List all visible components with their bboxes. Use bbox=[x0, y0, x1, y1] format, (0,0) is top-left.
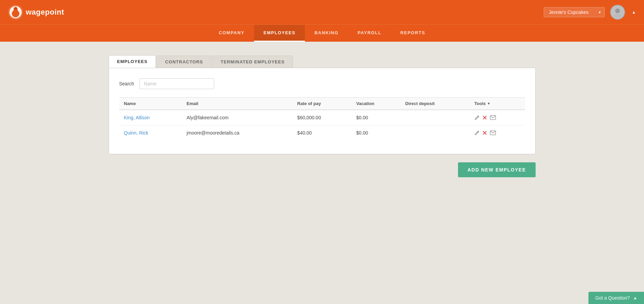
search-input[interactable] bbox=[140, 78, 214, 89]
table-body: King, Allison Aly@fakeemail.com $60,000.… bbox=[119, 110, 525, 140]
nav-banking[interactable]: BANKING bbox=[305, 25, 348, 42]
employee-table: Name Email Rate of pay Vacation Direct d… bbox=[119, 97, 525, 140]
nav-employees[interactable]: EMPLOYEES bbox=[254, 25, 305, 42]
email-icon-1[interactable] bbox=[490, 115, 496, 120]
avatar[interactable] bbox=[610, 5, 625, 20]
company-selector[interactable]: Jennie's Cupcakes bbox=[544, 7, 605, 17]
employee-name-1: King, Allison bbox=[119, 110, 182, 125]
nav-company[interactable]: COMPANY bbox=[209, 25, 254, 42]
delete-icon-1[interactable] bbox=[482, 115, 487, 120]
employee-direct-deposit-1 bbox=[400, 110, 470, 125]
add-new-employee-button[interactable]: ADD NEW EMPLOYEE bbox=[458, 162, 536, 177]
employee-email-2: jmoore@mooredetails.ca bbox=[182, 125, 293, 141]
search-label: Search bbox=[119, 81, 134, 86]
table-header: Name Email Rate of pay Vacation Direct d… bbox=[119, 98, 525, 110]
employee-rate-1: $60,000.00 bbox=[292, 110, 351, 125]
svg-point-6 bbox=[614, 14, 622, 18]
col-vacation: Vacation bbox=[352, 98, 401, 110]
tab-employees[interactable]: EMPLOYEES bbox=[109, 55, 156, 68]
svg-rect-4 bbox=[14, 8, 17, 9]
nav-payroll[interactable]: PAYROLL bbox=[348, 25, 391, 42]
nav-reports[interactable]: REPORTS bbox=[391, 25, 435, 42]
email-icon-2[interactable] bbox=[490, 130, 496, 135]
tab-contractors[interactable]: CONTRACTORS bbox=[157, 56, 211, 68]
col-direct-deposit: Direct deposit bbox=[400, 98, 470, 110]
add-button-area: ADD NEW EMPLOYEE bbox=[109, 162, 536, 177]
header: wagepoint Jennie's Cupcakes ▲ bbox=[0, 0, 644, 24]
table-row: Quinn, Rick jmoore@mooredetails.ca $40.0… bbox=[119, 125, 525, 141]
header-right: Jennie's Cupcakes ▲ bbox=[544, 5, 636, 20]
col-rate-of-pay: Rate of pay bbox=[292, 98, 351, 110]
employee-link-1[interactable]: King, Allison bbox=[124, 115, 150, 120]
col-tools: Tools ▼ bbox=[470, 98, 525, 110]
tools-caret-icon: ▼ bbox=[487, 102, 491, 105]
col-name: Name bbox=[119, 98, 182, 110]
col-email: Email bbox=[182, 98, 293, 110]
employee-direct-deposit-2 bbox=[400, 125, 470, 141]
help-label: Got a Question? bbox=[595, 295, 630, 301]
employee-rate-2: $40.00 bbox=[292, 125, 351, 141]
svg-point-5 bbox=[615, 8, 620, 13]
tabs: EMPLOYEES CONTRACTORS TERMINATED EMPLOYE… bbox=[109, 55, 536, 68]
avatar-caret-icon: ▲ bbox=[632, 10, 636, 15]
employee-tools-1 bbox=[470, 110, 525, 125]
logo-area: wagepoint bbox=[8, 5, 64, 20]
employee-name-2: Quinn, Rick bbox=[119, 125, 182, 141]
table-row: King, Allison Aly@fakeemail.com $60,000.… bbox=[119, 110, 525, 125]
main-nav: COMPANY EMPLOYEES BANKING PAYROLL REPORT… bbox=[0, 24, 644, 42]
employee-link-2[interactable]: Quinn, Rick bbox=[124, 130, 148, 136]
employee-email-1: Aly@fakeemail.com bbox=[182, 110, 293, 125]
help-bar[interactable]: Got a Question? ▲ bbox=[588, 292, 644, 304]
delete-icon-2[interactable] bbox=[482, 130, 487, 135]
edit-icon-1[interactable] bbox=[474, 115, 480, 120]
logo-icon bbox=[8, 5, 23, 20]
logo-text: wagepoint bbox=[26, 8, 64, 17]
employee-tools-2 bbox=[470, 125, 525, 141]
employee-vacation-2: $0.00 bbox=[352, 125, 401, 141]
content-card: Search Name Email Rate of pay Vacation D… bbox=[109, 68, 536, 154]
help-caret-icon: ▲ bbox=[633, 296, 637, 300]
employee-vacation-1: $0.00 bbox=[352, 110, 401, 125]
company-dropdown[interactable]: Jennie's Cupcakes bbox=[544, 7, 605, 17]
edit-icon-2[interactable] bbox=[474, 130, 480, 136]
search-row: Search bbox=[119, 78, 525, 89]
main-content: EMPLOYEES CONTRACTORS TERMINATED EMPLOYE… bbox=[102, 42, 542, 191]
tab-terminated-employees[interactable]: TERMINATED EMPLOYEES bbox=[212, 56, 293, 68]
